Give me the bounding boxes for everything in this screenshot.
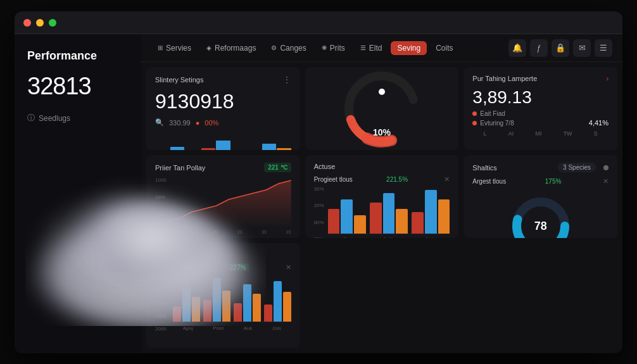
servies-icon: ⊞ (158, 44, 163, 51)
gauge-svg (341, 68, 423, 150)
canges-icon: ⚙ (271, 44, 277, 51)
dashboard: Slintery Setings ⋮ 9130918 🔍 330.99 ● 00… (141, 62, 622, 353)
dot-indicator (603, 165, 609, 170)
card4-title: Priier Tan Pollay (155, 164, 205, 172)
bullet-icon: ● (196, 119, 200, 127)
bell-button[interactable]: 🔔 (508, 39, 526, 57)
nav-reformaags[interactable]: ◈ Reformaags (200, 41, 262, 55)
gauge-value: 10% (373, 127, 391, 137)
eltd-icon: ☰ (360, 44, 366, 51)
nav-servies[interactable]: ⊞ Servies (151, 41, 198, 55)
line-chart-svg (167, 177, 291, 228)
card3-title: Pur Tahing Lamperte (472, 75, 537, 82)
svg-point-3 (379, 89, 385, 95)
reformaags-icon: ◈ (206, 44, 211, 51)
legend-dot-1 (472, 111, 477, 116)
card7-title: Priier Surtips (155, 251, 195, 258)
sidebar-status: ⓘ Seedlugs (27, 113, 129, 123)
card4-ylabels: 100018%17050 (155, 177, 167, 234)
card-gauge: 10% (305, 67, 459, 150)
card3-axis: L AI MI TW S (472, 130, 609, 137)
nav-coits[interactable]: Coits (429, 41, 459, 55)
donut-value: 78 (534, 220, 547, 233)
app-window: Performance 32813 ⓘ Seedlugs ⊞ Servies ◈… (15, 11, 622, 353)
legend-val-2: 4,41% (589, 119, 609, 127)
card5-header: Actuse (314, 163, 450, 170)
card-pur-tahing: Pur Tahing Lamperte › 3,89.13 Eait Fiad … (464, 67, 617, 150)
titlebar (15, 11, 622, 34)
card5-row: Progieet tlous 221.5% ✕ (314, 175, 450, 184)
func-button[interactable]: ƒ (530, 39, 548, 57)
card1-sub: 🔍 330.99 ● 00% (155, 118, 291, 127)
card4-xlabels: 0 11 20 23 30 20 (167, 230, 291, 234)
card6-subtitle: Argest tlous (472, 178, 506, 185)
nav-prits[interactable]: ❋ Prits (315, 41, 351, 55)
card4-badge: 221 ℃ (264, 163, 291, 172)
status-icon: ⓘ (27, 113, 35, 123)
card-priier-surtips: Priier Surtips Arrages tinue 227% ✕ 4000… (146, 243, 300, 348)
sidebar-number: 32813 (27, 73, 129, 100)
nav-canges[interactable]: ⚙ Canges (265, 41, 312, 55)
card3-value: 3,89.13 (472, 87, 609, 108)
card5-xlabels: Aori Aulik Jork (328, 236, 450, 238)
content-area: ⊞ Servies ◈ Reformaags ⚙ Canges ❋ Prits … (141, 34, 622, 353)
card6-close[interactable]: ✕ (603, 177, 609, 185)
card5-ylabels: 30% 20% 80% 20% (314, 186, 324, 238)
status-text: Seedlugs (39, 114, 70, 123)
card7-subtitle: Arrages tinue (155, 264, 192, 271)
card7-progress: 227% (227, 263, 249, 272)
maximize-dot[interactable] (49, 19, 56, 27)
card7-close[interactable]: ✕ (286, 263, 291, 272)
card4-chart: 100018%17050 (155, 177, 291, 234)
card7-row: Arrages tinue 227% ✕ (155, 263, 291, 272)
close-dot[interactable] (23, 19, 31, 27)
legend-label-1: Eait Fiad (480, 110, 505, 117)
sidebar-title: Performance (27, 49, 129, 63)
card1-header: Slintery Setings ⋮ (155, 75, 291, 85)
legend-label-2: Evturing 7/8 (480, 120, 514, 127)
card1-sub-value: 330.99 (169, 119, 191, 127)
species-badge: 3 Species (558, 163, 596, 172)
donut-container: 78 (472, 188, 609, 238)
card1-title: Slintery Setings (155, 76, 203, 84)
menu-button[interactable]: ☰ (595, 39, 612, 57)
card3-link[interactable]: › (607, 75, 609, 82)
nav-eltd[interactable]: ☰ Eltd (354, 41, 389, 55)
card4-header: Priier Tan Pollay 221 ℃ (155, 163, 291, 172)
card-slintery: Slintery Setings ⋮ 9130918 🔍 330.99 ● 00… (146, 67, 300, 150)
card1-badge: 00% (205, 119, 218, 127)
card5-title: Actuse (314, 163, 336, 170)
card6-species: 3 Species (558, 163, 609, 172)
card1-number: 9130918 (155, 90, 291, 113)
card7-header: Priier Surtips (155, 251, 291, 258)
card6-title: Shaltics (472, 164, 497, 172)
card7-ylabels: 4000 2500 1500 1000 2000 (155, 274, 167, 332)
legend-item-2: Evturing 7/8 4,41% (472, 119, 609, 127)
search-icon: 🔍 (155, 118, 164, 127)
card1-menu[interactable]: ⋮ (282, 75, 291, 85)
mail-button[interactable]: ✉ (573, 39, 591, 57)
card7-barchart: 4000 2500 1500 1000 2000 (155, 274, 291, 341)
prits-icon: ❋ (322, 44, 327, 51)
lock-button[interactable]: 🔒 (552, 39, 569, 57)
nav-seving[interactable]: Seving (391, 41, 427, 55)
main-layout: Performance 32813 ⓘ Seedlugs ⊞ Servies ◈… (15, 34, 622, 353)
legend-item-1: Eait Fiad (472, 110, 609, 117)
sidebar: Performance 32813 ⓘ Seedlugs (15, 34, 141, 353)
navbar: ⊞ Servies ◈ Reformaags ⚙ Canges ❋ Prits … (141, 34, 622, 62)
gauge-wrapper: 10% (341, 68, 423, 150)
card5-progress: 221.5% (386, 176, 408, 183)
card-priier-tan: Priier Tan Pollay 221 ℃ 100018%17050 (146, 155, 300, 238)
card6-header: Shaltics 3 Species (472, 163, 609, 172)
donut-wrap: 78 (509, 194, 572, 238)
card5-close[interactable]: ✕ (444, 175, 450, 184)
card7-xlabels: Apoj Pred Auk Jols (173, 325, 291, 331)
card1-barchart: Aori Aulik Jork (155, 133, 291, 150)
card5-barchart: 30% 20% 80% 20% (314, 186, 450, 238)
legend-dot-2 (472, 121, 477, 125)
card5-subtitle: Progieet tlous (314, 176, 353, 183)
card6-progress: 175% (545, 178, 562, 185)
card3-legend: Eait Fiad Evturing 7/8 4,41% (472, 110, 609, 127)
card-actuse: Actuse Progieet tlous 221.5% ✕ 30% 20% 8… (305, 155, 459, 238)
minimize-dot[interactable] (36, 19, 44, 27)
